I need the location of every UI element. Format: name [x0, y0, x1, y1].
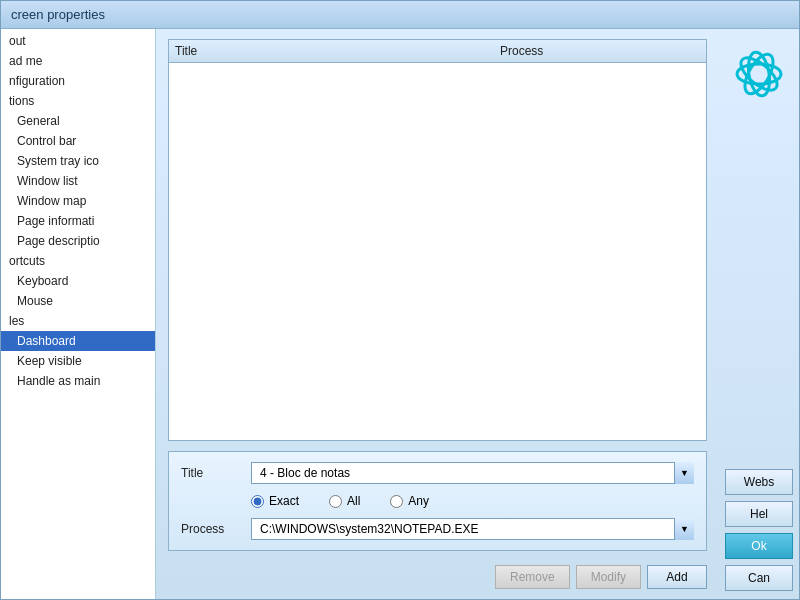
cancel-button[interactable]: Can — [725, 565, 793, 591]
radio-all-label: All — [347, 494, 360, 508]
sidebar-item-6[interactable]: System tray ico — [1, 151, 155, 171]
sidebar-item-9[interactable]: Page informati — [1, 211, 155, 231]
column-title: Title — [175, 44, 500, 58]
title-select-wrapper: 4 - Bloc de notas ▼ — [251, 462, 694, 484]
process-label: Process — [181, 522, 241, 536]
process-select[interactable]: C:\WINDOWS\system32\NOTEPAD.EXE — [251, 518, 694, 540]
process-form-row: Process C:\WINDOWS\system32\NOTEPAD.EXE … — [181, 518, 694, 540]
title-bar: creen properties — [1, 1, 799, 29]
sidebar-item-2[interactable]: nfiguration — [1, 71, 155, 91]
ok-button[interactable]: Ok — [725, 533, 793, 559]
radio-all[interactable]: All — [329, 494, 360, 508]
radio-any[interactable]: Any — [390, 494, 429, 508]
sidebar-item-10[interactable]: Page descriptio — [1, 231, 155, 251]
bottom-buttons-row: Remove Modify Add — [168, 561, 707, 589]
column-process: Process — [500, 44, 700, 58]
sidebar-item-15[interactable]: Dashboard — [1, 331, 155, 351]
window-title: creen properties — [11, 7, 105, 22]
sidebar-item-5[interactable]: Control bar — [1, 131, 155, 151]
title-label: Title — [181, 466, 241, 480]
radio-any-label: Any — [408, 494, 429, 508]
title-select[interactable]: 4 - Bloc de notas — [251, 462, 694, 484]
radio-all-input[interactable] — [329, 495, 342, 508]
sidebar-item-17[interactable]: Handle as main — [1, 371, 155, 391]
radio-exact[interactable]: Exact — [251, 494, 299, 508]
sidebar-item-0[interactable]: out — [1, 31, 155, 51]
add-button[interactable]: Add — [647, 565, 707, 589]
main-content: Title Process Title 4 - Bloc de notas ▼ — [156, 29, 719, 599]
process-select-wrapper: C:\WINDOWS\system32\NOTEPAD.EXE ▼ — [251, 518, 694, 540]
title-form-row: Title 4 - Bloc de notas ▼ — [181, 462, 694, 484]
logo-area — [722, 37, 797, 99]
sidebar-item-11[interactable]: ortcuts — [1, 251, 155, 271]
modify-button[interactable]: Modify — [576, 565, 641, 589]
website-button[interactable]: Webs — [725, 469, 793, 495]
sidebar-item-7[interactable]: Window list — [1, 171, 155, 191]
sidebar-item-1[interactable]: ad me — [1, 51, 155, 71]
sidebar: outad menfigurationtionsGeneralControl b… — [1, 29, 156, 599]
radio-exact-label: Exact — [269, 494, 299, 508]
sidebar-item-3[interactable]: tions — [1, 91, 155, 111]
sidebar-item-14[interactable]: les — [1, 311, 155, 331]
dialog-body: outad menfigurationtionsGeneralControl b… — [1, 29, 799, 599]
help-button[interactable]: Hel — [725, 501, 793, 527]
table-header: Title Process — [169, 40, 706, 63]
sidebar-item-13[interactable]: Mouse — [1, 291, 155, 311]
sidebar-item-12[interactable]: Keyboard — [1, 271, 155, 291]
sidebar-item-8[interactable]: Window map — [1, 191, 155, 211]
remove-button[interactable]: Remove — [495, 565, 570, 589]
radio-row: Exact All Any — [181, 494, 694, 508]
app-logo-icon — [734, 49, 784, 99]
table-container: Title Process — [168, 39, 707, 441]
right-panel: Webs Hel Ok Can — [719, 29, 799, 599]
form-section: Title 4 - Bloc de notas ▼ Exact — [168, 451, 707, 551]
dialog-window: creen properties outad menfigurationtion… — [0, 0, 800, 600]
sidebar-item-4[interactable]: General — [1, 111, 155, 131]
radio-any-input[interactable] — [390, 495, 403, 508]
sidebar-item-16[interactable]: Keep visible — [1, 351, 155, 371]
radio-exact-input[interactable] — [251, 495, 264, 508]
